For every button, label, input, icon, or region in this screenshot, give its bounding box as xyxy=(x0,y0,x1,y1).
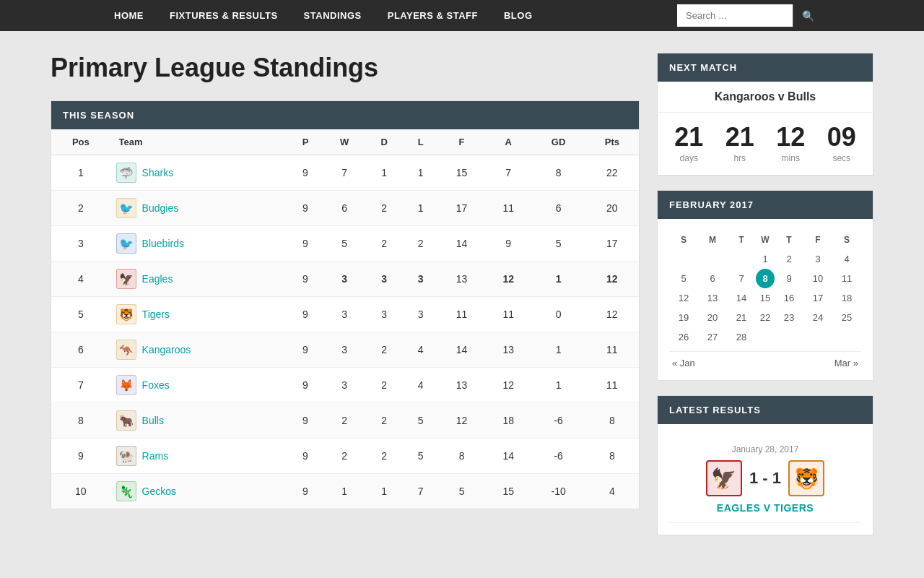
cell-w: 6 xyxy=(323,191,365,226)
calendar-day[interactable]: 20 xyxy=(698,308,727,327)
calendar-day[interactable]: 13 xyxy=(698,288,727,308)
cell-p: 9 xyxy=(287,191,324,226)
cal-day-header: F xyxy=(803,230,832,249)
calendar-day[interactable]: 4 xyxy=(832,249,861,269)
cell-f: 11 xyxy=(438,297,485,332)
nav-players[interactable]: PLAYERS & STAFF xyxy=(375,0,491,31)
calendar-day[interactable]: 3 xyxy=(803,249,832,269)
standings-section: THIS SEASON Pos Team P W D L F A GD Pts xyxy=(51,100,640,509)
calendar-day[interactable]: 6 xyxy=(698,269,727,288)
calendar-nav: « Jan Mar » xyxy=(669,351,861,368)
table-row: 8 🐂 Bulls 9 2 2 5 12 18 -6 8 xyxy=(51,403,639,439)
team-link[interactable]: Kangaroos xyxy=(142,344,191,355)
col-l: L xyxy=(403,129,438,155)
calendar-day[interactable]: 28 xyxy=(727,327,756,347)
cell-f: 13 xyxy=(438,262,485,297)
calendar-day[interactable]: 18 xyxy=(832,288,861,308)
calendar-day[interactable]: 16 xyxy=(775,288,803,308)
calendar-day[interactable]: 2 xyxy=(775,249,803,269)
calendar-day[interactable]: 7 xyxy=(727,269,756,288)
navigation: HOME FIXTURES & RESULTS STANDINGS PLAYER… xyxy=(0,0,924,31)
calendar-day xyxy=(775,327,803,347)
team-logo: 🐦 xyxy=(116,198,136,218)
nav-fixtures[interactable]: FIXTURES & RESULTS xyxy=(157,0,291,31)
cell-p: 9 xyxy=(287,262,324,297)
result-title[interactable]: EAGLES V TIGERS xyxy=(675,502,855,514)
nav-home[interactable]: HOME xyxy=(101,0,157,31)
team-link[interactable]: Tigers xyxy=(142,309,170,320)
calendar-day[interactable]: 12 xyxy=(669,288,698,308)
calendar-day[interactable]: 19 xyxy=(669,308,698,327)
cell-team: 🦎 Geckos xyxy=(110,474,287,509)
result-row: 🦅 1 - 1 🐯 xyxy=(675,460,855,496)
countdown-label: days xyxy=(674,153,703,163)
calendar-day[interactable]: 8 xyxy=(756,269,775,288)
col-a: A xyxy=(485,129,532,155)
cell-f: 8 xyxy=(438,439,485,474)
cell-gd: 6 xyxy=(532,191,585,226)
search-input[interactable] xyxy=(677,4,793,27)
cell-team: 🦘 Kangaroos xyxy=(110,332,287,368)
calendar-day[interactable]: 21 xyxy=(727,308,756,327)
team-link[interactable]: Eagles xyxy=(142,273,173,285)
page-wrapper: Primary League Standings THIS SEASON Pos… xyxy=(51,31,873,571)
next-match-widget: NEXT MATCH Kangaroos v Bulls 21 days 21 … xyxy=(657,53,873,176)
cell-l: 4 xyxy=(403,368,438,403)
cell-d: 2 xyxy=(365,226,403,262)
cell-gd: 0 xyxy=(532,297,585,332)
calendar-day[interactable]: 11 xyxy=(832,269,861,288)
cell-team: 🦅 Eagles xyxy=(110,262,287,297)
search-bar: 🔍 xyxy=(677,4,823,27)
calendar-week: 19202122232425 xyxy=(669,308,861,327)
calendar-day[interactable]: 22 xyxy=(756,308,775,327)
nav-standings[interactable]: STANDINGS xyxy=(291,0,375,31)
calendar-day[interactable]: 1 xyxy=(756,249,775,269)
cell-a: 7 xyxy=(485,155,532,191)
team-link[interactable]: Budgies xyxy=(142,202,179,214)
cell-d: 2 xyxy=(365,403,403,439)
countdown-label: secs xyxy=(827,153,856,163)
col-pts: Pts xyxy=(585,129,639,155)
cell-d: 2 xyxy=(365,368,403,403)
team-link[interactable]: Sharks xyxy=(142,167,174,178)
team-link[interactable]: Foxes xyxy=(142,379,170,391)
table-row: 7 🦊 Foxes 9 3 2 4 13 12 1 11 xyxy=(51,368,639,403)
calendar-week: 567891011 xyxy=(669,269,861,288)
cell-d: 2 xyxy=(365,191,403,226)
search-button[interactable]: 🔍 xyxy=(793,4,823,27)
cell-gd: 8 xyxy=(532,155,585,191)
countdown-number: 21 xyxy=(725,124,754,150)
team-link[interactable]: Bluebirds xyxy=(142,238,184,249)
cell-l: 7 xyxy=(403,474,438,509)
calendar-day[interactable]: 14 xyxy=(727,288,756,308)
team-link[interactable]: Rams xyxy=(142,450,169,462)
calendar-day xyxy=(832,327,861,347)
cell-pts: 8 xyxy=(585,439,639,474)
cell-d: 1 xyxy=(365,474,403,509)
standings-header: THIS SEASON xyxy=(51,101,639,129)
calendar-day[interactable]: 27 xyxy=(698,327,727,347)
calendar-day[interactable]: 17 xyxy=(803,288,832,308)
nav-blog[interactable]: BLOG xyxy=(491,0,546,31)
calendar-day[interactable]: 24 xyxy=(803,308,832,327)
team-link[interactable]: Geckos xyxy=(142,486,176,497)
calendar-day[interactable]: 5 xyxy=(669,269,698,288)
calendar-next[interactable]: Mar » xyxy=(834,358,858,368)
cell-l: 2 xyxy=(403,226,438,262)
team-link[interactable]: Bulls xyxy=(142,415,164,426)
team-logo: 🦅 xyxy=(116,269,136,289)
calendar-day[interactable]: 25 xyxy=(832,308,861,327)
cell-pts: 17 xyxy=(585,226,639,262)
calendar-day[interactable]: 15 xyxy=(756,288,775,308)
calendar-day[interactable]: 26 xyxy=(669,327,698,347)
cal-day-header: T xyxy=(727,230,756,249)
calendar-day[interactable]: 23 xyxy=(775,308,803,327)
calendar-day[interactable]: 10 xyxy=(803,269,832,288)
cell-f: 14 xyxy=(438,332,485,368)
calendar-day[interactable]: 9 xyxy=(775,269,803,288)
calendar-prev[interactable]: « Jan xyxy=(672,358,695,368)
cell-a: 12 xyxy=(485,368,532,403)
cell-team: 🦊 Foxes xyxy=(110,368,287,403)
cell-team: 🦈 Sharks xyxy=(110,155,287,191)
home-badge: 🦅 xyxy=(706,460,742,496)
